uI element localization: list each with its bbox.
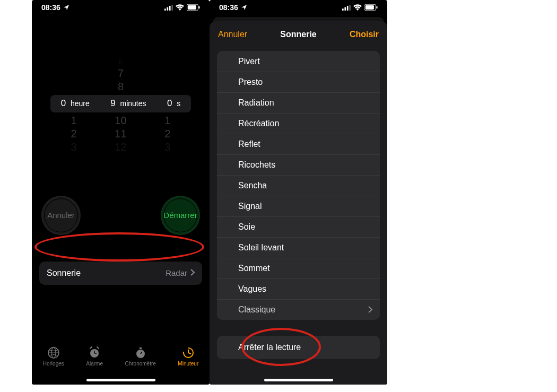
list-item[interactable]: Signal: [217, 196, 380, 216]
list-item[interactable]: Radiation: [217, 92, 380, 113]
status-bar: 08:36: [210, 0, 387, 15]
phone-sonnerie-sheet: 08:36 Annuler Sonnerie Choisir Pivert: [210, 0, 387, 385]
svg-rect-14: [140, 347, 142, 349]
sonnerie-sheet: Annuler Sonnerie Choisir Pivert Presto R…: [210, 21, 387, 385]
wifi-icon: [353, 4, 362, 11]
list-item[interactable]: Reflet: [217, 134, 380, 154]
battery-icon: [364, 4, 378, 11]
svg-rect-20: [344, 7, 346, 10]
status-bar: 08:36: [32, 0, 210, 15]
list-item[interactable]: Ricochets: [217, 154, 380, 175]
svg-rect-0: [164, 8, 166, 11]
cancel-button[interactable]: Annuler: [41, 196, 81, 235]
sheet-header: Annuler Sonnerie Choisir: [210, 21, 387, 48]
chevron-right-icon: [190, 268, 195, 277]
sheet-choose-button[interactable]: Choisir: [350, 30, 379, 39]
status-time: 08:36: [41, 3, 60, 12]
svg-rect-3: [171, 5, 173, 11]
list-item[interactable]: Soie: [217, 216, 380, 237]
svg-rect-22: [349, 5, 351, 11]
tab-bar: Horloges Alarme Chronomètre Minuteur: [32, 342, 210, 385]
location-icon: [63, 4, 69, 11]
sonnerie-cell[interactable]: Sonnerie Radar: [39, 262, 202, 285]
svg-rect-2: [169, 5, 171, 10]
svg-rect-6: [198, 6, 199, 8]
sheet-cancel-button[interactable]: Annuler: [218, 30, 247, 39]
status-time: 08:36: [219, 3, 238, 12]
tab-alarm[interactable]: Alarme: [86, 346, 103, 367]
svg-rect-24: [365, 5, 374, 10]
svg-line-18: [188, 353, 191, 354]
alarm-icon: [88, 346, 101, 359]
list-item[interactable]: Vagues: [217, 278, 380, 299]
svg-rect-5: [188, 5, 196, 10]
sonnerie-label: Sonnerie: [47, 268, 81, 278]
sonnerie-value: Radar: [166, 268, 187, 277]
wifi-icon: [176, 4, 184, 11]
picker-row: 8: [118, 81, 124, 93]
chevron-right-icon: [368, 304, 372, 316]
list-item[interactable]: Soleil levant: [217, 237, 380, 258]
cellular-icon: [164, 5, 173, 11]
list-item[interactable]: Sencha: [217, 175, 380, 196]
start-button[interactable]: Démarrer: [161, 196, 200, 235]
svg-rect-19: [342, 8, 344, 11]
tab-clocks[interactable]: Horloges: [43, 346, 64, 367]
svg-rect-21: [347, 5, 349, 10]
svg-rect-1: [167, 7, 168, 10]
ringtone-list[interactable]: Pivert Presto Radiation Récréation Refle…: [217, 51, 380, 320]
globe-icon: [47, 346, 60, 359]
list-item-classique[interactable]: Classique: [217, 299, 380, 320]
svg-rect-25: [376, 6, 377, 8]
annotation-ellipse-sonnerie: [34, 232, 204, 262]
tab-stopwatch[interactable]: Chronomètre: [125, 346, 155, 367]
home-indicator[interactable]: [86, 379, 155, 381]
list-item[interactable]: Presto: [217, 72, 380, 92]
home-indicator[interactable]: [264, 379, 333, 381]
list-item[interactable]: Récréation: [217, 113, 380, 134]
battery-icon: [187, 4, 200, 11]
picker-selected-row: 0 heure 9 minutes 0 s: [50, 95, 191, 112]
list-item[interactable]: Pivert: [217, 51, 380, 72]
stop-playback-cell[interactable]: Arrêter la lecture: [217, 336, 380, 359]
phone-timer: 08:36 6 7 8 0 heure 9 minutes 0 s: [32, 0, 210, 385]
stopwatch-icon: [134, 346, 147, 359]
cellular-icon: [342, 5, 351, 11]
tab-timer[interactable]: Minuteur: [178, 346, 198, 367]
location-icon: [241, 4, 247, 11]
picker-row: 6: [119, 58, 123, 66]
picker-row: 7: [118, 67, 124, 80]
time-picker[interactable]: 6 7 8 0 heure 9 minutes 0 s 1101 2112 31…: [32, 58, 210, 153]
timer-icon: [182, 346, 195, 359]
list-item[interactable]: Sommet: [217, 258, 380, 278]
